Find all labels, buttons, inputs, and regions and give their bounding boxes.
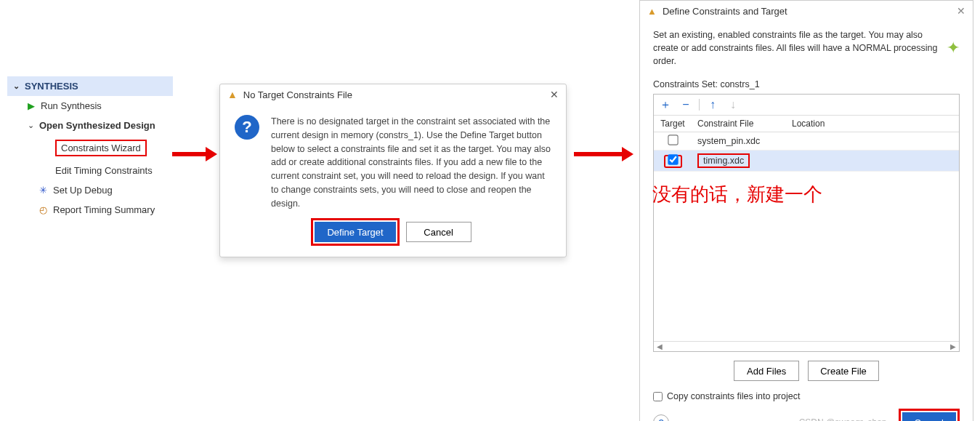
open-synth-design-label: Open Synthesized Design xyxy=(39,120,155,131)
file-list-header: Target Constraint File Location xyxy=(654,116,959,132)
dialog-title-bar[interactable]: ▲ No Target Constraints File ✕ xyxy=(220,84,566,105)
app-logo-icon: ▲ xyxy=(647,6,657,17)
annotation-arrow-2 xyxy=(574,145,633,163)
dialog2-title-text: Define Constraints and Target xyxy=(663,6,787,17)
file-name-cell: system_pin.xdc xyxy=(692,133,786,149)
dialog2-footer: ? CSDN @swaagr_shan Cancel xyxy=(640,409,973,421)
remove-icon-button[interactable]: − xyxy=(679,97,693,112)
clock-icon: ◴ xyxy=(39,204,47,215)
add-files-button[interactable]: Add Files xyxy=(734,361,799,381)
scroll-left-icon[interactable]: ◀ xyxy=(657,342,663,350)
cancel-button[interactable]: Cancel xyxy=(406,222,471,242)
move-up-icon-button[interactable]: ↑ xyxy=(705,97,720,112)
footer-cancel-button[interactable]: Cancel xyxy=(902,412,956,421)
run-synthesis-label: Run Synthesis xyxy=(41,100,102,111)
define-target-button[interactable]: Define Target xyxy=(315,222,395,242)
run-synthesis-item[interactable]: ▶ Run Synthesis xyxy=(7,96,173,116)
toolbar-separator xyxy=(699,99,700,111)
svg-marker-3 xyxy=(622,147,633,161)
close-icon[interactable]: ✕ xyxy=(550,89,559,100)
table-row[interactable]: system_pin.xdc xyxy=(654,132,959,151)
constraints-file-box: ＋ − ↑ ↓ Target Constraint File Location … xyxy=(653,94,960,352)
dialog2-title-bar[interactable]: ▲ Define Constraints and Target ✕ xyxy=(640,1,973,21)
flow-navigator: ⌄ SYNTHESIS ▶ Run Synthesis ⌄ Open Synth… xyxy=(7,76,173,220)
file-name-cell: timing.xdc xyxy=(703,156,744,166)
col-file-header: Constraint File xyxy=(692,116,786,132)
copy-into-project-checkbox[interactable] xyxy=(653,392,663,401)
dialog-title-text: No Target Constraints File xyxy=(243,89,352,100)
constraints-file-list: Target Constraint File Location system_p… xyxy=(654,116,959,341)
report-timing-label: Report Timing Summary xyxy=(53,204,155,215)
file-toolbar: ＋ − ↑ ↓ xyxy=(654,95,959,116)
copy-into-project-label: Copy constraints files into project xyxy=(667,391,800,401)
dialog-message: There is no designated target in the con… xyxy=(271,115,551,210)
col-location-header: Location xyxy=(786,116,959,132)
table-row[interactable]: timing.xdc xyxy=(654,151,959,172)
synthesis-label: SYNTHESIS xyxy=(25,81,78,92)
vivado-logo-icon: ✦ xyxy=(947,36,960,60)
horizontal-scrollbar[interactable]: ◀ ▶ xyxy=(654,341,959,351)
bug-icon: ✳ xyxy=(39,185,47,196)
constraints-set-label: Constraints Set: constrs_1 xyxy=(653,79,960,89)
footer-cancel-highlight: Cancel xyxy=(899,409,960,421)
watermark-text: CSDN @swaagr_shan xyxy=(799,417,887,421)
col-target-header: Target xyxy=(654,116,692,132)
define-constraints-dialog: ▲ Define Constraints and Target ✕ Set an… xyxy=(639,0,973,421)
constraints-wizard-highlight: Constraints Wizard xyxy=(55,140,147,156)
scroll-right-icon[interactable]: ▶ xyxy=(950,342,956,350)
location-cell xyxy=(786,138,959,144)
app-logo-icon: ▲ xyxy=(227,89,238,100)
constraints-wizard-item[interactable]: Constraints Wizard xyxy=(7,135,173,161)
set-up-debug-item[interactable]: ✳ Set Up Debug xyxy=(7,180,173,200)
move-down-icon-button[interactable]: ↓ xyxy=(726,97,740,112)
target-checkbox[interactable] xyxy=(668,135,678,145)
caret-down-icon: ⌄ xyxy=(13,81,20,91)
question-icon: ? xyxy=(235,115,259,140)
open-synth-design-item[interactable]: ⌄ Open Synthesized Design xyxy=(7,116,173,135)
annotation-text: 没有的话，新建一个 xyxy=(652,182,822,207)
set-up-debug-label: Set Up Debug xyxy=(53,185,113,196)
add-icon-button[interactable]: ＋ xyxy=(658,97,673,112)
edit-timing-constraints-label: Edit Timing Constraints xyxy=(55,165,153,176)
constraints-wizard-label: Constraints Wizard xyxy=(61,143,141,153)
report-timing-item[interactable]: ◴ Report Timing Summary xyxy=(7,200,173,220)
annotation-arrow-1 xyxy=(172,145,217,163)
dialog2-description: Set an existing, enabled constraints fil… xyxy=(653,28,939,68)
synthesis-section-header[interactable]: ⌄ SYNTHESIS xyxy=(7,76,173,96)
edit-timing-constraints-item[interactable]: Edit Timing Constraints xyxy=(7,161,173,180)
help-icon-button[interactable]: ? xyxy=(653,414,669,421)
target-checkbox-highlight xyxy=(664,155,682,168)
location-cell xyxy=(786,158,959,164)
caret-down-icon: ⌄ xyxy=(28,121,35,130)
no-target-constraints-dialog: ▲ No Target Constraints File ✕ ? There i… xyxy=(219,84,567,257)
target-checkbox[interactable] xyxy=(668,155,678,165)
file-name-highlight: timing.xdc xyxy=(697,153,750,168)
create-file-button[interactable]: Create File xyxy=(808,361,879,381)
close-icon[interactable]: ✕ xyxy=(957,5,965,17)
svg-marker-1 xyxy=(206,147,217,161)
play-icon: ▶ xyxy=(28,100,35,111)
